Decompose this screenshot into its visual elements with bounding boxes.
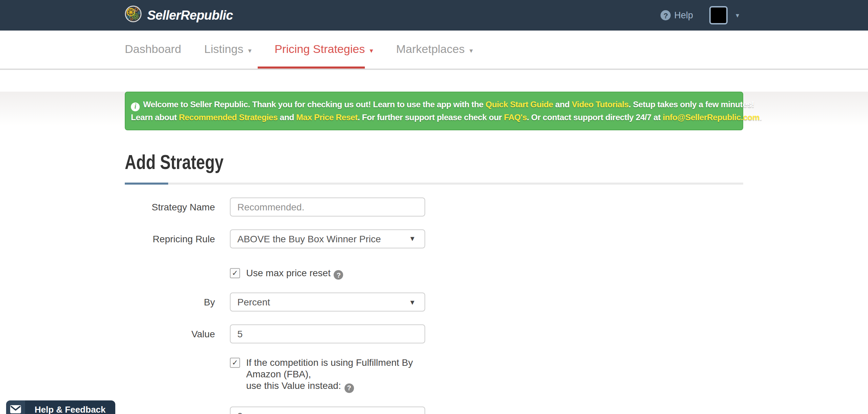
recommended-strategies-link[interactable]: Recommended Strategies: [179, 112, 278, 122]
tab-label: Marketplaces: [396, 43, 465, 56]
select-caret-icon: ▼: [409, 235, 416, 242]
strategy-name-label: Strategy Name: [125, 201, 215, 212]
by-select[interactable]: Percent ▼: [230, 293, 425, 312]
welcome-banner: iWelcome to Seller Republic. Thank you f…: [125, 92, 743, 130]
use-max-price-reset-checkbox[interactable]: ✓: [230, 268, 240, 278]
add-strategy-form: Strategy Name Repricing Rule ABOVE the B…: [125, 197, 868, 414]
banner-text: and: [278, 112, 296, 122]
navbar-right: ? Help ▾: [660, 6, 739, 24]
info-icon: i: [131, 102, 140, 111]
fba-help-icon[interactable]: ?: [344, 383, 354, 393]
envelope-icon: [6, 400, 25, 414]
support-email-link[interactable]: info@SellerRepublic.com: [663, 112, 760, 122]
banner-line-2: Learn about Recommended Strategies and M…: [131, 111, 737, 123]
fba-value-row: [125, 406, 868, 414]
repricing-rule-row: Repricing Rule ABOVE the Buy Box Winner …: [125, 229, 868, 248]
max-price-reset-help-icon[interactable]: ?: [334, 270, 343, 280]
tab-listings[interactable]: Listings ▾: [204, 43, 251, 56]
by-value: Percent: [237, 297, 270, 307]
help-feedback-button[interactable]: Help & Feedback: [6, 400, 115, 414]
value-label: Value: [125, 328, 215, 339]
banner-text: Welcome to Seller Republic. Thank you fo…: [143, 100, 486, 109]
fba-label-line1: If the competition is using Fulfillment …: [246, 357, 413, 379]
quick-start-guide-link[interactable]: Quick Start Guide: [486, 100, 553, 109]
fba-label: If the competition is using Fulfillment …: [246, 357, 435, 393]
help-question-icon: ?: [660, 10, 671, 20]
video-tutorials-link[interactable]: Video Tutorials: [572, 100, 629, 109]
page-content: iWelcome to Seller Republic. Thank you f…: [0, 92, 868, 414]
value-input[interactable]: [230, 324, 425, 343]
repricing-rule-label: Repricing Rule: [125, 233, 215, 244]
caret-down-icon: ▾: [370, 46, 373, 54]
top-navbar: SellerRepublic ? Help ▾: [0, 0, 868, 31]
fba-row: ✓ If the competition is using Fulfillmen…: [230, 357, 868, 393]
checkbox-label-text: Use max price reset: [246, 267, 331, 278]
account-chevron-down-icon[interactable]: ▾: [736, 12, 739, 19]
fba-label-line2: use this Value instead:: [246, 380, 341, 391]
tab-marketplaces[interactable]: Marketplaces ▾: [396, 43, 473, 56]
brand-name: SellerRepublic: [147, 8, 233, 23]
by-row: By Percent ▼: [125, 293, 868, 312]
tab-label: Listings: [204, 43, 243, 56]
brand-emblem-icon: [125, 5, 142, 25]
tab-label: Dashboard: [125, 43, 181, 56]
page-title: Add Strategy: [125, 150, 223, 173]
tab-pricing-strategies[interactable]: Pricing Strategies ▾: [275, 43, 373, 56]
banner-text: Learn about: [131, 112, 179, 122]
strategy-name-input[interactable]: [230, 197, 425, 216]
banner-text: . Setup takes only a few minutes!: [629, 100, 754, 109]
help-feedback-label: Help & Feedback: [25, 400, 115, 414]
select-caret-icon: ▼: [409, 298, 416, 306]
title-divider-accent: [125, 182, 168, 184]
by-label: By: [125, 297, 215, 307]
max-price-reset-link[interactable]: Max Price Reset: [296, 112, 358, 122]
fba-value-input[interactable]: [230, 406, 425, 414]
strategy-name-row: Strategy Name: [125, 197, 868, 216]
avatar[interactable]: [709, 6, 728, 24]
banner-line-1: iWelcome to Seller Republic. Thank you f…: [131, 98, 737, 111]
banner-text: .: [760, 112, 762, 122]
banner-text: . For further support please check our: [358, 112, 504, 122]
repricing-rule-select[interactable]: ABOVE the Buy Box Winner Price ▼: [230, 229, 425, 248]
caret-down-icon: ▾: [469, 46, 473, 54]
tab-dashboard[interactable]: Dashboard: [125, 43, 181, 56]
caret-down-icon: ▾: [248, 46, 252, 54]
max-price-reset-row: ✓ Use max price reset?: [230, 267, 868, 280]
repricing-rule-value: ABOVE the Buy Box Winner Price: [237, 233, 381, 244]
brand-logo[interactable]: SellerRepublic: [125, 5, 233, 25]
main-nav: Dashboard Listings ▾ Pricing Strategies …: [0, 31, 868, 70]
tab-label: Pricing Strategies: [275, 43, 365, 56]
help-link[interactable]: ? Help: [660, 10, 693, 20]
use-max-price-reset-label: Use max price reset?: [246, 267, 343, 280]
app-root: SellerRepublic ? Help ▾ Dashboard Listin…: [0, 0, 868, 414]
banner-text: . Or contact support directly 24/7 at: [527, 112, 663, 122]
active-tab-underline: [258, 67, 365, 69]
faqs-link[interactable]: FAQ's: [504, 112, 527, 122]
banner-text: and: [553, 100, 572, 109]
fba-checkbox[interactable]: ✓: [230, 358, 240, 368]
title-divider: [125, 182, 743, 184]
help-label: Help: [674, 10, 693, 20]
value-row: Value: [125, 324, 868, 343]
